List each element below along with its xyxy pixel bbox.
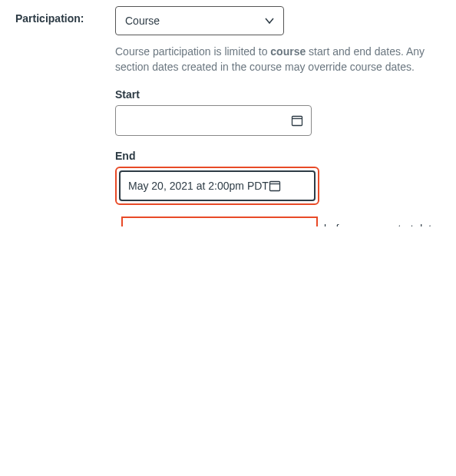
calendar-icon[interactable] [291,114,303,127]
svg-rect-0 [292,117,302,126]
start-label: Start [115,88,441,101]
restrict-before-text: before course start date [324,223,438,226]
participation-select[interactable]: Course [115,6,284,35]
end-date-input[interactable]: May 20, 2021 at 2:00pm PDT [119,170,316,201]
date-picker-popup: May 2021 SuMoTuWeThFrSa25262728293012345… [121,217,318,226]
svg-rect-8 [269,182,279,191]
participation-select-value: Course [125,15,160,27]
calendar-icon[interactable] [269,180,281,192]
participation-label: Participation: [15,6,115,25]
chevron-down-icon [263,15,276,27]
end-highlight-outline: May 20, 2021 at 2:00pm PDT [115,167,319,205]
participation-helper: Course participation is limited to cours… [115,45,441,74]
end-date-value: May 20, 2021 at 2:00pm PDT [128,180,269,192]
end-label: End [115,150,441,162]
start-date-input[interactable] [115,105,312,136]
calendar-month: May [154,226,286,226]
